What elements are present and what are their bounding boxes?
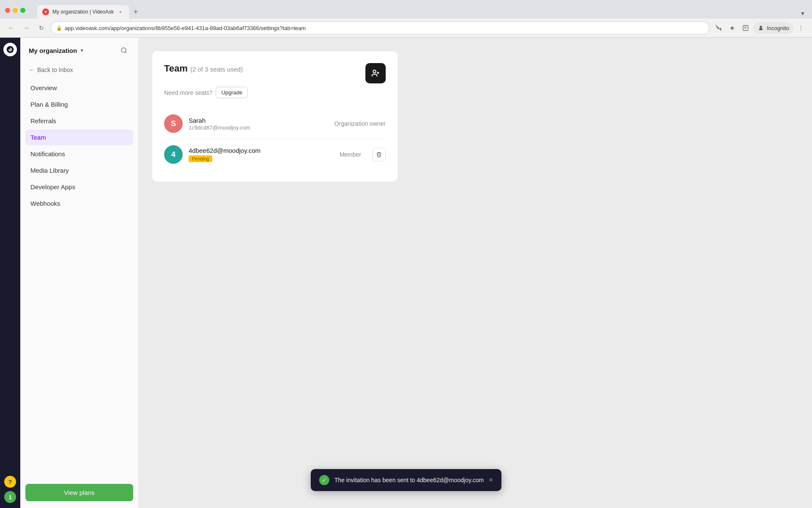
forward-navigation-button[interactable]: →	[20, 22, 32, 34]
svg-point-6	[9, 49, 11, 50]
sidebar-item-plan-billing[interactable]: Plan & Billing	[25, 97, 133, 112]
tab-favicon: V	[42, 8, 49, 15]
upgrade-button[interactable]: Upgrade	[216, 87, 248, 98]
window-minimize-button[interactable]	[13, 8, 18, 13]
svg-point-4	[760, 26, 762, 28]
toast-notification: ✓ The invitation has been sent to 4dbee6…	[311, 469, 502, 491]
member-email: 1c9dcd87@moodjoy.com	[189, 124, 329, 131]
back-navigation-button[interactable]: ←	[5, 22, 17, 34]
more-options-icon[interactable]: ⋮	[795, 22, 807, 34]
svg-line-8	[125, 52, 126, 53]
tab-title: My organization | VideoAsk	[52, 9, 114, 15]
app-logo[interactable]	[3, 43, 17, 56]
incognito-badge[interactable]: Incognito	[753, 22, 793, 34]
bookmark-icon[interactable]: ★	[726, 22, 738, 34]
sidebar-item-media-library[interactable]: Media Library	[25, 163, 133, 178]
new-tab-button[interactable]: +	[129, 5, 143, 19]
window-close-button[interactable]	[5, 8, 10, 13]
sidebar-item-developer-apps[interactable]: Developer Apps	[25, 179, 133, 195]
toast-close-button[interactable]: ×	[489, 476, 493, 484]
org-name: My organization	[29, 47, 77, 54]
search-button[interactable]	[118, 44, 130, 56]
svg-point-7	[121, 48, 126, 52]
toast-container: ✓ The invitation has been sent to 4dbee6…	[311, 469, 502, 491]
tab-close-button[interactable]: ×	[117, 8, 124, 15]
member-row: 4 4dbee62d@moodjoy.com Pending Member	[164, 139, 386, 170]
reload-button[interactable]: ↻	[36, 22, 47, 34]
team-heading: Team (2 of 3 seats used)	[164, 63, 243, 74]
member-info: Sarah 1c9dcd87@moodjoy.com	[189, 117, 329, 131]
team-card: Team (2 of 3 seats used) Need more seats…	[152, 51, 398, 182]
toast-message: The invitation has been sent to 4dbee62d…	[335, 477, 484, 483]
sidebar-navigation: Overview Plan & Billing Referrals Team N…	[20, 77, 138, 215]
back-link-label: Back to Inbox	[37, 66, 73, 73]
member-role: Organization owner	[335, 120, 386, 127]
tab-list-button[interactable]: ▼	[800, 11, 805, 17]
pending-badge: Pending	[189, 155, 212, 162]
org-selector[interactable]: My organization ▼	[29, 47, 84, 54]
add-member-button[interactable]	[365, 63, 386, 83]
svg-point-9	[373, 70, 376, 73]
avatar: S	[164, 114, 183, 133]
active-tab[interactable]: V My organization | VideoAsk ×	[37, 5, 129, 19]
window-maximize-button[interactable]	[20, 8, 25, 13]
help-button[interactable]: ?	[4, 476, 16, 488]
ssl-lock-icon: 🔒	[56, 25, 62, 31]
incognito-label: Incognito	[767, 25, 789, 31]
member-email-as-name: 4dbee62d@moodjoy.com	[189, 147, 334, 154]
sidebar-item-overview[interactable]: Overview	[25, 80, 133, 96]
avatar: 4	[164, 145, 183, 164]
delete-member-button[interactable]	[372, 148, 386, 161]
avatar-initials: 4	[171, 150, 176, 159]
avatar-initials: S	[171, 119, 176, 128]
toast-success-icon: ✓	[319, 475, 329, 485]
app-navigation: ? 1	[0, 38, 20, 508]
notification-badge[interactable]: 1	[4, 491, 16, 503]
view-plans-button[interactable]: View plans	[25, 484, 133, 501]
reading-list-icon[interactable]	[740, 22, 752, 34]
sidebar-item-webhooks[interactable]: Webhooks	[25, 196, 133, 211]
back-to-inbox-link[interactable]: ← Back to Inbox	[20, 63, 138, 77]
org-chevron-icon: ▼	[80, 48, 84, 53]
address-bar[interactable]: 🔒 app.videoask.com/app/organizations/8b9…	[51, 22, 709, 34]
member-list: S Sarah 1c9dcd87@moodjoy.com Organizatio…	[164, 108, 386, 170]
member-info: 4dbee62d@moodjoy.com Pending	[189, 147, 334, 162]
member-row: S Sarah 1c9dcd87@moodjoy.com Organizatio…	[164, 108, 386, 139]
seats-info: (2 of 3 seats used)	[190, 66, 243, 73]
url-display: app.videoask.com/app/organizations/8b955…	[65, 25, 704, 31]
team-title-text: Team	[164, 63, 188, 74]
member-name: Sarah	[189, 117, 329, 124]
sidebar-item-referrals[interactable]: Referrals	[25, 113, 133, 129]
member-role: Member	[340, 151, 361, 158]
sidebar: My organization ▼ ← Back to Inbox Overvi…	[20, 38, 139, 508]
back-arrow-icon: ←	[29, 66, 35, 73]
main-content: Team (2 of 3 seats used) Need more seats…	[139, 38, 812, 508]
camera-off-icon	[713, 22, 724, 34]
need-more-seats-label: Need more seats?	[164, 89, 212, 96]
sidebar-item-notifications[interactable]: Notifications	[25, 146, 133, 162]
sidebar-item-team[interactable]: Team	[25, 130, 133, 145]
